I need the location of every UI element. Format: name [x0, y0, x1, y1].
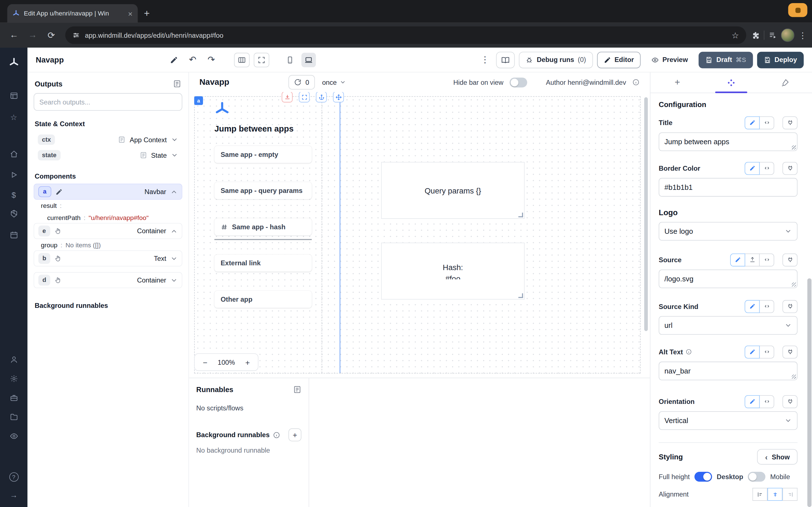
ctx-row[interactable]: ctx App Context — [34, 132, 182, 147]
source-kind-select[interactable]: url — [659, 316, 797, 335]
tab-insert-plus[interactable]: + — [651, 72, 704, 93]
app-frame[interactable]: a Jump between apps Same app - empty — [194, 96, 641, 374]
connect-plug-button[interactable] — [782, 395, 797, 408]
query-params-box[interactable]: Query params {} — [381, 162, 525, 219]
connect-plug-button[interactable] — [782, 300, 797, 313]
address-bar[interactable]: app.windmill.dev/apps/edit/u/henri/navap… — [65, 26, 746, 44]
connect-plug-button[interactable] — [782, 116, 797, 129]
expand-down-icon[interactable] — [282, 92, 293, 103]
help-icon[interactable]: ? — [6, 470, 21, 484]
resources-cube-icon[interactable] — [6, 207, 21, 221]
orientation-select[interactable]: Vertical — [659, 411, 797, 430]
page-scrollbar[interactable] — [807, 278, 811, 507]
editor-tab-button[interactable]: Editor — [597, 52, 641, 68]
tab-styling-brush[interactable] — [758, 72, 812, 93]
docs-book-button[interactable] — [496, 52, 515, 68]
fullscreen-button[interactable] — [254, 52, 269, 67]
draft-button[interactable]: Draft ⌘S — [699, 52, 753, 68]
alt-text-input[interactable] — [659, 362, 797, 380]
window-indicator-button[interactable] — [788, 3, 808, 17]
hash-box[interactable]: Hash: #foo — [381, 242, 525, 299]
align-center-button[interactable] — [767, 488, 782, 501]
upload-button[interactable] — [745, 253, 760, 266]
chevron-down-icon[interactable] — [170, 277, 177, 284]
selected-component-tag[interactable]: a — [194, 96, 203, 105]
state-row[interactable]: state State — [34, 147, 182, 163]
chevron-up-icon[interactable] — [170, 188, 177, 195]
back-button[interactable]: ← — [5, 26, 22, 44]
edit-pencil-button[interactable] — [745, 116, 760, 129]
navbar-component[interactable]: Jump between apps Same app - empty Same … — [195, 97, 322, 373]
edit-pencil-icon[interactable] — [55, 188, 63, 195]
site-settings-icon[interactable] — [72, 32, 80, 39]
undo-button[interactable]: ↶ — [186, 52, 200, 67]
variables-dollar-icon[interactable]: $ — [6, 188, 21, 202]
media-controls-icon[interactable] — [769, 31, 777, 39]
workers-toolbox-icon[interactable] — [6, 391, 21, 405]
forward-button[interactable]: → — [24, 26, 41, 44]
home-icon[interactable] — [6, 147, 21, 161]
more-menu-icon[interactable]: ⋮ — [477, 52, 492, 67]
browser-tab[interactable]: Edit App u/henri/navapp | Win × — [7, 4, 138, 23]
resize-grip[interactable] — [792, 283, 796, 287]
navlink-same-app-hash[interactable]: Same app - hash — [214, 218, 312, 235]
info-icon[interactable] — [686, 349, 692, 355]
canvas-scrollbar[interactable] — [644, 97, 648, 331]
move-icon[interactable] — [333, 92, 344, 103]
desktop-view-button[interactable] — [301, 52, 316, 67]
info-icon[interactable] — [273, 431, 280, 439]
tab-component-settings[interactable] — [704, 72, 758, 93]
navlink-external-link[interactable]: External link — [214, 255, 312, 272]
chevron-up-icon[interactable] — [170, 227, 177, 235]
chevron-down-icon[interactable] — [171, 152, 178, 159]
hide-bar-toggle[interactable] — [510, 77, 527, 87]
redo-button[interactable]: ↷ — [204, 52, 218, 67]
panel-doc-icon[interactable] — [293, 385, 301, 393]
search-outputs-input[interactable] — [34, 93, 182, 111]
device-toggle[interactable] — [748, 472, 765, 482]
connect-plug-button[interactable] — [782, 345, 797, 358]
align-end-button[interactable] — [782, 488, 797, 501]
code-eval-button[interactable] — [759, 162, 774, 175]
bookmark-star-icon[interactable]: ☆ — [732, 30, 739, 40]
align-start-button[interactable] — [753, 488, 767, 501]
mobile-view-button[interactable] — [283, 52, 297, 67]
chevron-down-icon[interactable] — [170, 255, 177, 262]
extensions-puzzle-icon[interactable] — [751, 31, 760, 39]
expand-rail-icon[interactable]: → — [6, 488, 21, 501]
navlink-same-app-empty[interactable]: Same app - empty — [214, 146, 312, 163]
connect-plug-button[interactable] — [782, 162, 797, 175]
component-row-container-d[interactable]: d Container — [34, 272, 182, 288]
debug-runs-button[interactable]: Debug runs (0) — [519, 52, 593, 68]
code-eval-button[interactable] — [759, 395, 774, 408]
reload-button[interactable]: ⟳ — [43, 26, 60, 44]
windmill-logo[interactable] — [6, 56, 21, 69]
logo-select[interactable]: Use logo — [659, 222, 797, 240]
audit-eye-icon[interactable] — [6, 429, 21, 443]
users-icon[interactable] — [6, 353, 21, 367]
refresh-button[interactable]: 0 — [289, 75, 315, 89]
zoom-out-button[interactable]: − — [200, 358, 210, 367]
add-background-runnable-button[interactable]: + — [289, 429, 301, 441]
panel-doc-icon[interactable] — [173, 80, 181, 88]
fullscreen-component-icon[interactable] — [299, 92, 310, 103]
browser-menu-icon[interactable]: ⋮ — [799, 30, 807, 40]
zoom-in-button[interactable]: + — [243, 358, 253, 367]
profile-avatar[interactable] — [781, 29, 795, 42]
resize-grip[interactable] — [792, 145, 796, 150]
rename-pencil-icon[interactable] — [167, 52, 181, 67]
connect-plug-button[interactable] — [782, 253, 797, 266]
schedules-calendar-icon[interactable] — [6, 228, 21, 242]
code-eval-button[interactable] — [759, 253, 774, 266]
source-input[interactable] — [659, 270, 797, 288]
edit-pencil-button[interactable] — [745, 162, 760, 175]
preview-button[interactable]: Preview — [645, 52, 695, 68]
apps-icon[interactable] — [6, 89, 21, 103]
component-row-navbar[interactable]: a Navbar — [34, 184, 182, 200]
info-icon[interactable] — [632, 78, 640, 86]
runs-play-icon[interactable] — [6, 168, 21, 182]
edit-pencil-button[interactable] — [730, 253, 745, 266]
tab-close-icon[interactable]: × — [128, 10, 133, 17]
folders-icon[interactable] — [6, 410, 21, 424]
border-color-input[interactable] — [659, 178, 797, 196]
